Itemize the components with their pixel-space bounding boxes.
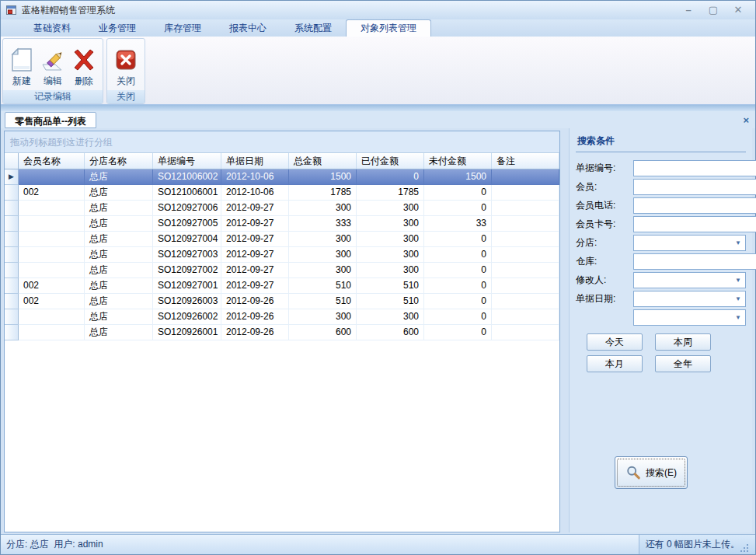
maximize-button[interactable]: ▢ [707,4,719,16]
tab-retail-order-list[interactable]: 零售商品单--列表 [5,112,96,128]
table-row[interactable]: 总店SO1209270032012-09-273003000 [5,247,559,263]
ribbon-tab[interactable]: 对象列表管理 [346,19,431,37]
field-label: 会员卡号: [576,218,633,231]
table-cell: 002 [19,294,85,309]
table-cell: 510 [289,294,357,309]
table-row[interactable]: 002总店SO1209260032012-09-265105100 [5,294,559,309]
chevron-down-icon: ▼ [735,314,745,321]
table-row[interactable]: 总店SO1209260012012-09-266006000 [5,325,559,340]
table-row[interactable]: 总店SO1209270062012-09-273003000 [5,201,559,216]
table-row[interactable]: ▶总店SO1210060022012-10-06150001500 [5,169,559,185]
table-row[interactable]: 002总店SO1210060012012-10-06178517850 [5,185,559,201]
table-cell: 2012-09-27 [221,247,289,263]
dropdown-field[interactable]: ▼ [633,291,746,307]
field-control [633,216,756,232]
text-field[interactable] [633,216,756,232]
row-indicator [5,263,19,278]
today-button[interactable]: 今天 [587,333,643,351]
table-cell: 0 [424,278,492,294]
lookup-input[interactable] [634,180,756,194]
search-field-row: 单据日期:▼ [576,291,746,307]
status-upload-text: 还有 0 幅图片未上传。 [646,538,740,551]
search-button[interactable]: 搜索(E) [615,456,688,489]
lookup-field[interactable]: ··· [633,253,756,270]
table-cell [492,201,559,216]
edit-pencil-button[interactable]: 编辑 [37,41,68,90]
table-cell: 33 [424,216,492,232]
table-cell: SO120927001 [153,278,221,294]
new-document-button[interactable]: 新建 [6,41,37,90]
dropdown-field[interactable]: ▼ [633,272,746,288]
window-controls: – ▢ ✕ [682,4,751,16]
table-row[interactable]: 总店SO1209270042012-09-273003000 [5,232,559,247]
column-header[interactable]: 分店名称 [85,153,153,169]
search-field-row: 仓库:··· [576,253,746,270]
ribbon-tab[interactable]: 库存管理 [150,19,215,37]
title-bar: 蓝格鞋帽销售管理系统 – ▢ ✕ [1,1,755,19]
field-label: 仓库: [576,255,633,268]
field-control: ▼ [633,272,746,288]
text-field[interactable] [633,160,756,176]
ribbon-tab[interactable]: 基础资料 [19,19,85,37]
column-header[interactable]: 单据日期 [221,153,289,169]
table-cell: 300 [289,232,357,247]
table-row[interactable]: 总店SO1209270022012-09-273003000 [5,263,559,278]
table-cell: 0 [424,294,492,309]
column-header[interactable]: 总金额 [289,153,357,169]
this-year-button[interactable]: 全年 [655,355,711,372]
delete-cross-button[interactable]: 删除 [68,41,99,90]
minimize-button[interactable]: – [682,4,695,16]
status-upload-info: 还有 0 幅图片未上传。 [639,535,755,554]
this-month-button[interactable]: 本月 [587,355,643,372]
table-cell: 总店 [85,185,153,201]
table-cell: 1785 [357,185,424,201]
ribbon-button-label: 新建 [12,75,31,86]
table-cell [19,325,85,340]
table-cell: 1500 [289,169,357,185]
close-window-button[interactable]: 关闭 [110,41,141,90]
ribbon-tab[interactable]: 系统配置 [280,19,346,37]
ribbon-tab[interactable]: 业务管理 [85,19,150,37]
close-button[interactable]: ✕ [732,4,744,16]
table-cell: 300 [357,309,424,325]
table-cell: 300 [357,232,424,247]
field-label: 分店: [576,236,633,250]
column-header[interactable]: 未付金额 [424,153,492,169]
dropdown-field[interactable]: ▼ [633,235,746,251]
text-field[interactable] [633,197,756,214]
table-cell: SO121006002 [153,169,221,185]
selected-row-arrow-icon: ▶ [5,169,19,185]
resize-grip[interactable] [740,543,749,553]
ribbon-group-label: 记录编辑 [3,90,103,103]
search-button-label: 搜索(E) [646,466,677,480]
table-cell: 2012-10-06 [221,169,289,185]
column-header[interactable]: 备注 [492,153,559,169]
table-cell [19,201,85,216]
table-row[interactable]: 总店SO1209260022012-09-263003000 [5,309,559,325]
column-header[interactable]: 单据编号 [153,153,221,169]
app-icon [5,4,18,16]
row-indicator [5,216,19,232]
dropdown-field[interactable]: ▼ [633,309,746,326]
column-header[interactable]: 已付金额 [357,153,424,169]
ribbon-tab[interactable]: 报表中心 [215,19,280,37]
table-cell: 0 [424,309,492,325]
column-header[interactable]: 会员名称 [19,153,85,169]
table-cell: SO120927005 [153,216,221,232]
table-row[interactable]: 002总店SO1209270012012-09-275105100 [5,278,559,294]
table-cell: SO121006001 [153,185,221,201]
this-week-button[interactable]: 本周 [655,333,711,351]
table-cell: 总店 [85,169,153,185]
table-cell: 0 [424,185,492,201]
table-cell: SO120927004 [153,232,221,247]
lookup-field[interactable]: ··· [633,179,756,195]
table-row[interactable]: 总店SO1209270052012-09-2733330033 [5,216,559,232]
table-cell: 510 [289,278,357,294]
tab-close-icon[interactable]: × [743,114,749,126]
lookup-input[interactable] [634,255,756,268]
table-cell [492,169,559,185]
ribbon-button-label: 编辑 [44,75,62,86]
table-cell [19,216,85,232]
ribbon-group-buttons: 关闭 [107,39,145,90]
table-cell: 002 [19,185,85,201]
